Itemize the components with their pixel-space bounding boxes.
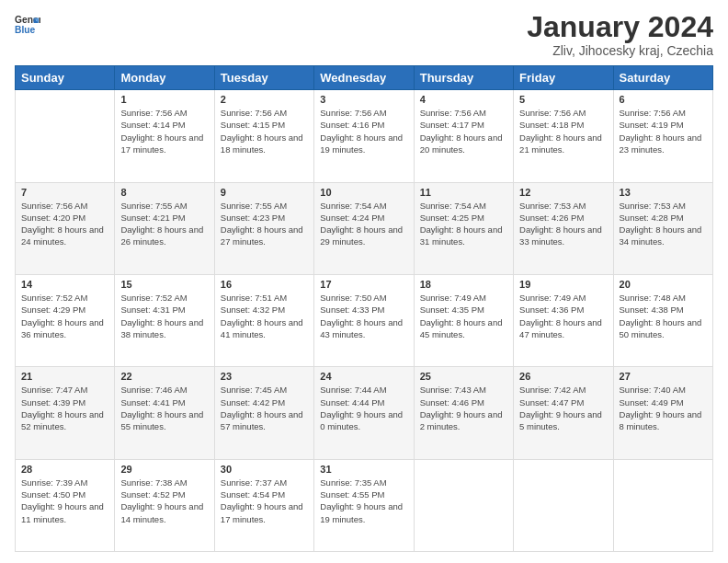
day-number: 4 bbox=[420, 94, 507, 105]
week-row-4: 21Sunrise: 7:47 AMSunset: 4:39 PMDayligh… bbox=[16, 367, 713, 459]
day-cell: 20Sunrise: 7:48 AMSunset: 4:38 PMDayligh… bbox=[613, 274, 712, 366]
calendar-page: General Blue January 2024 Zliv, Jihocesk… bbox=[0, 0, 728, 563]
day-info: Sunrise: 7:54 AMSunset: 4:24 PMDaylight:… bbox=[320, 200, 407, 248]
day-number: 14 bbox=[21, 279, 108, 290]
day-cell: 29Sunrise: 7:38 AMSunset: 4:52 PMDayligh… bbox=[115, 459, 214, 551]
day-info: Sunrise: 7:56 AMSunset: 4:18 PMDaylight:… bbox=[519, 107, 607, 155]
day-cell: 9Sunrise: 7:55 AMSunset: 4:23 PMDaylight… bbox=[214, 182, 313, 274]
day-info: Sunrise: 7:56 AMSunset: 4:16 PMDaylight:… bbox=[320, 107, 407, 155]
day-cell bbox=[414, 459, 513, 551]
header: General Blue January 2024 Zliv, Jihocesk… bbox=[15, 11, 713, 58]
week-row-1: 1Sunrise: 7:56 AMSunset: 4:14 PMDaylight… bbox=[16, 90, 713, 182]
day-info: Sunrise: 7:55 AMSunset: 4:21 PMDaylight:… bbox=[120, 200, 208, 248]
day-info: Sunrise: 7:56 AMSunset: 4:19 PMDaylight:… bbox=[620, 107, 707, 155]
day-info: Sunrise: 7:49 AMSunset: 4:36 PMDaylight:… bbox=[519, 292, 607, 340]
day-info: Sunrise: 7:53 AMSunset: 4:26 PMDaylight:… bbox=[519, 200, 607, 248]
day-number: 3 bbox=[320, 94, 407, 105]
day-info: Sunrise: 7:47 AMSunset: 4:39 PMDaylight:… bbox=[21, 384, 108, 432]
day-number: 21 bbox=[21, 371, 108, 382]
day-cell: 17Sunrise: 7:50 AMSunset: 4:33 PMDayligh… bbox=[314, 274, 414, 366]
day-cell: 27Sunrise: 7:40 AMSunset: 4:49 PMDayligh… bbox=[613, 367, 712, 459]
day-info: Sunrise: 7:40 AMSunset: 4:49 PMDaylight:… bbox=[620, 384, 707, 432]
day-number: 9 bbox=[221, 187, 308, 198]
day-cell: 2Sunrise: 7:56 AMSunset: 4:15 PMDaylight… bbox=[214, 90, 313, 182]
header-day-monday: Monday bbox=[115, 66, 214, 90]
day-cell: 22Sunrise: 7:46 AMSunset: 4:41 PMDayligh… bbox=[115, 367, 214, 459]
day-cell bbox=[514, 459, 613, 551]
day-info: Sunrise: 7:49 AMSunset: 4:35 PMDaylight:… bbox=[420, 292, 507, 340]
day-number: 26 bbox=[519, 371, 607, 382]
day-cell: 14Sunrise: 7:52 AMSunset: 4:29 PMDayligh… bbox=[16, 274, 115, 366]
day-cell bbox=[16, 90, 115, 182]
day-info: Sunrise: 7:37 AMSunset: 4:54 PMDaylight:… bbox=[221, 477, 308, 525]
day-cell: 13Sunrise: 7:53 AMSunset: 4:28 PMDayligh… bbox=[613, 182, 712, 274]
day-cell: 19Sunrise: 7:49 AMSunset: 4:36 PMDayligh… bbox=[514, 274, 613, 366]
day-number: 25 bbox=[420, 371, 507, 382]
day-cell: 6Sunrise: 7:56 AMSunset: 4:19 PMDaylight… bbox=[613, 90, 712, 182]
svg-text:Blue: Blue bbox=[15, 25, 36, 35]
day-info: Sunrise: 7:53 AMSunset: 4:28 PMDaylight:… bbox=[620, 200, 707, 248]
day-info: Sunrise: 7:42 AMSunset: 4:47 PMDaylight:… bbox=[519, 384, 607, 432]
day-cell: 1Sunrise: 7:56 AMSunset: 4:14 PMDaylight… bbox=[115, 90, 214, 182]
day-number: 17 bbox=[320, 279, 407, 290]
day-number: 24 bbox=[320, 371, 407, 382]
day-number: 13 bbox=[620, 187, 707, 198]
day-info: Sunrise: 7:55 AMSunset: 4:23 PMDaylight:… bbox=[221, 200, 308, 248]
day-number: 1 bbox=[120, 94, 208, 105]
day-number: 2 bbox=[221, 94, 308, 105]
calendar-subtitle: Zliv, Jihocesky kraj, Czechia bbox=[527, 43, 713, 58]
day-cell: 25Sunrise: 7:43 AMSunset: 4:46 PMDayligh… bbox=[414, 367, 513, 459]
day-cell: 10Sunrise: 7:54 AMSunset: 4:24 PMDayligh… bbox=[314, 182, 414, 274]
calendar-header-row: SundayMondayTuesdayWednesdayThursdayFrid… bbox=[16, 66, 713, 90]
header-day-friday: Friday bbox=[514, 66, 613, 90]
week-row-5: 28Sunrise: 7:39 AMSunset: 4:50 PMDayligh… bbox=[16, 459, 713, 551]
day-info: Sunrise: 7:45 AMSunset: 4:42 PMDaylight:… bbox=[221, 384, 308, 432]
day-number: 29 bbox=[120, 464, 208, 475]
day-info: Sunrise: 7:54 AMSunset: 4:25 PMDaylight:… bbox=[420, 200, 507, 248]
day-info: Sunrise: 7:56 AMSunset: 4:14 PMDaylight:… bbox=[120, 107, 208, 155]
title-block: January 2024 Zliv, Jihocesky kraj, Czech… bbox=[527, 11, 713, 58]
day-info: Sunrise: 7:56 AMSunset: 4:15 PMDaylight:… bbox=[221, 107, 308, 155]
day-info: Sunrise: 7:51 AMSunset: 4:32 PMDaylight:… bbox=[221, 292, 308, 340]
logo: General Blue bbox=[15, 11, 40, 37]
day-info: Sunrise: 7:50 AMSunset: 4:33 PMDaylight:… bbox=[320, 292, 407, 340]
header-day-wednesday: Wednesday bbox=[314, 66, 414, 90]
day-number: 18 bbox=[420, 279, 507, 290]
calendar-title: January 2024 bbox=[527, 11, 713, 43]
day-info: Sunrise: 7:52 AMSunset: 4:31 PMDaylight:… bbox=[120, 292, 208, 340]
day-number: 12 bbox=[519, 187, 607, 198]
day-cell: 4Sunrise: 7:56 AMSunset: 4:17 PMDaylight… bbox=[414, 90, 513, 182]
day-cell: 30Sunrise: 7:37 AMSunset: 4:54 PMDayligh… bbox=[214, 459, 313, 551]
header-day-tuesday: Tuesday bbox=[214, 66, 313, 90]
day-number: 16 bbox=[221, 279, 308, 290]
day-cell: 7Sunrise: 7:56 AMSunset: 4:20 PMDaylight… bbox=[16, 182, 115, 274]
day-number: 11 bbox=[420, 187, 507, 198]
day-cell: 11Sunrise: 7:54 AMSunset: 4:25 PMDayligh… bbox=[414, 182, 513, 274]
day-number: 19 bbox=[519, 279, 607, 290]
day-cell: 26Sunrise: 7:42 AMSunset: 4:47 PMDayligh… bbox=[514, 367, 613, 459]
day-cell: 18Sunrise: 7:49 AMSunset: 4:35 PMDayligh… bbox=[414, 274, 513, 366]
day-info: Sunrise: 7:39 AMSunset: 4:50 PMDaylight:… bbox=[21, 477, 108, 525]
day-number: 8 bbox=[120, 187, 208, 198]
day-number: 5 bbox=[519, 94, 607, 105]
day-cell: 3Sunrise: 7:56 AMSunset: 4:16 PMDaylight… bbox=[314, 90, 414, 182]
header-day-sunday: Sunday bbox=[16, 66, 115, 90]
day-number: 15 bbox=[120, 279, 208, 290]
day-cell: 15Sunrise: 7:52 AMSunset: 4:31 PMDayligh… bbox=[115, 274, 214, 366]
day-info: Sunrise: 7:48 AMSunset: 4:38 PMDaylight:… bbox=[620, 292, 707, 340]
day-cell: 24Sunrise: 7:44 AMSunset: 4:44 PMDayligh… bbox=[314, 367, 414, 459]
header-day-thursday: Thursday bbox=[414, 66, 513, 90]
day-number: 30 bbox=[221, 464, 308, 475]
day-cell: 31Sunrise: 7:35 AMSunset: 4:55 PMDayligh… bbox=[314, 459, 414, 551]
day-info: Sunrise: 7:44 AMSunset: 4:44 PMDaylight:… bbox=[320, 384, 407, 432]
day-info: Sunrise: 7:56 AMSunset: 4:20 PMDaylight:… bbox=[21, 200, 108, 248]
day-info: Sunrise: 7:38 AMSunset: 4:52 PMDaylight:… bbox=[120, 477, 208, 525]
day-cell: 5Sunrise: 7:56 AMSunset: 4:18 PMDaylight… bbox=[514, 90, 613, 182]
day-cell: 8Sunrise: 7:55 AMSunset: 4:21 PMDaylight… bbox=[115, 182, 214, 274]
day-number: 6 bbox=[620, 94, 707, 105]
day-number: 28 bbox=[21, 464, 108, 475]
day-number: 31 bbox=[320, 464, 407, 475]
logo-icon: General Blue bbox=[15, 11, 40, 37]
day-cell: 16Sunrise: 7:51 AMSunset: 4:32 PMDayligh… bbox=[214, 274, 313, 366]
day-cell: 21Sunrise: 7:47 AMSunset: 4:39 PMDayligh… bbox=[16, 367, 115, 459]
